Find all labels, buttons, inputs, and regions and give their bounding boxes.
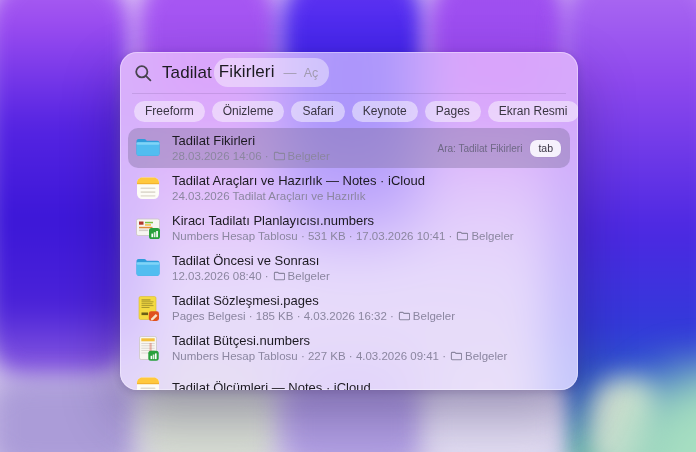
- filter-chip-pages[interactable]: Pages: [425, 101, 481, 122]
- folder-small-icon: [456, 231, 468, 241]
- folder-small-icon: [450, 351, 462, 361]
- autocomplete-suggestion: Fikirleri — Aç: [214, 58, 330, 87]
- search-icon: [134, 64, 153, 83]
- folder-small-icon: [398, 311, 410, 321]
- result-text: Tadilat Fikirleri28.03.2026 14:06 ·Belge…: [172, 133, 438, 163]
- result-meta-text: 28.03.2026 14:06 ·: [172, 149, 269, 163]
- result-text: Tadilat Ölçümleri — Notes · iCloud: [172, 380, 564, 390]
- result-meta: Numbers Hesap Tablosu · 227 KB · 4.03.20…: [172, 349, 564, 363]
- search-hint: Ara: Tadilat Fikirleri: [438, 143, 523, 154]
- blue-folder-icon: [134, 134, 162, 162]
- search-input[interactable]: Tadilat Fikirleri — Aç: [162, 58, 329, 87]
- result-meta-text: Pages Belgesi · 185 KB · 4.03.2026 16:32…: [172, 309, 394, 323]
- result-title: Tadilat Sözleşmesi.pages: [172, 293, 564, 309]
- filter-chip-freeform[interactable]: Freeform: [134, 101, 205, 122]
- numbers-chart-icon: [134, 214, 162, 242]
- filter-chip-keynote[interactable]: Keynote: [352, 101, 418, 122]
- result-meta: 24.03.2026 Tadilat Araçları ve Hazırlık: [172, 189, 564, 203]
- result-location: Belgeler: [413, 309, 455, 323]
- result-meta-text: 24.03.2026 Tadilat Araçları ve Hazırlık: [172, 189, 365, 203]
- result-location: Belgeler: [288, 149, 330, 163]
- result-row[interactable]: Tadilat Fikirleri28.03.2026 14:06 ·Belge…: [128, 128, 570, 168]
- filter-chip-ekran-resmi[interactable]: Ekran Resmi: [488, 101, 578, 122]
- result-title: Kiracı Tadilatı Planlayıcısı.numbers: [172, 213, 564, 229]
- desktop: Tadilat Fikirleri — Aç FreeformÖnizlemeS…: [0, 0, 696, 452]
- result-row[interactable]: Tadilat Bütçesi.numbersNumbers Hesap Tab…: [128, 328, 570, 368]
- filter-chip-row: FreeformÖnizlemeSafariKeynotePagesEkran …: [120, 94, 578, 128]
- result-title: Tadilat Bütçesi.numbers: [172, 333, 564, 349]
- result-meta: Numbers Hesap Tablosu · 531 KB · 17.03.2…: [172, 229, 564, 243]
- numbers-table-icon: [134, 334, 162, 362]
- wallpaper-capsule: [0, 0, 132, 390]
- tab-key-badge: tab: [530, 140, 561, 157]
- result-row[interactable]: Tadilat Araçları ve Hazırlık — Notes · i…: [128, 168, 570, 208]
- result-meta-text: Numbers Hesap Tablosu · 531 KB · 17.03.2…: [172, 229, 452, 243]
- result-row[interactable]: Tadilat Ölçümleri — Notes · iCloud: [128, 368, 570, 390]
- result-meta: 12.03.2026 08:40 ·Belgeler: [172, 269, 564, 283]
- result-meta: 28.03.2026 14:06 ·Belgeler: [172, 149, 438, 163]
- result-row[interactable]: Tadilat Sözleşmesi.pagesPages Belgesi · …: [128, 288, 570, 328]
- pages-doc-icon: [134, 294, 162, 322]
- filter-chip-safari[interactable]: Safari: [291, 101, 344, 122]
- result-meta-text: Numbers Hesap Tablosu · 227 KB · 4.03.20…: [172, 349, 446, 363]
- notes-icon: [134, 174, 162, 202]
- result-text: Tadilat Bütçesi.numbersNumbers Hesap Tab…: [172, 333, 564, 363]
- filter-chip-onizleme[interactable]: Önizleme: [212, 101, 285, 122]
- selected-row-accessory: Ara: Tadilat Fikirleritab: [438, 140, 561, 157]
- suggestion-separator: —: [284, 65, 297, 80]
- result-text: Tadilat Araçları ve Hazırlık — Notes · i…: [172, 173, 564, 203]
- result-title: Tadilat Öncesi ve Sonrası: [172, 253, 564, 269]
- notes-icon: [134, 374, 162, 390]
- open-action-hint: Aç: [304, 66, 319, 80]
- results-list: Tadilat Fikirleri28.03.2026 14:06 ·Belge…: [120, 128, 578, 390]
- spotlight-window: Tadilat Fikirleri — Aç FreeformÖnizlemeS…: [120, 52, 578, 390]
- result-meta: Pages Belgesi · 185 KB · 4.03.2026 16:32…: [172, 309, 564, 323]
- blue-folder-icon: [134, 254, 162, 282]
- result-text: Tadilat Sözleşmesi.pagesPages Belgesi · …: [172, 293, 564, 323]
- result-title: Tadilat Araçları ve Hazırlık — Notes · i…: [172, 173, 564, 189]
- search-query-text: Tadilat: [162, 63, 214, 83]
- folder-small-icon: [273, 151, 285, 161]
- result-title: Tadilat Fikirleri: [172, 133, 438, 149]
- result-text: Tadilat Öncesi ve Sonrası12.03.2026 08:4…: [172, 253, 564, 283]
- result-meta-text: 12.03.2026 08:40 ·: [172, 269, 269, 283]
- wallpaper-column: [0, 378, 136, 452]
- result-location: Belgeler: [465, 349, 507, 363]
- folder-small-icon: [273, 271, 285, 281]
- search-bar[interactable]: Tadilat Fikirleri — Aç: [120, 52, 578, 93]
- result-row[interactable]: Tadilat Öncesi ve Sonrası12.03.2026 08:4…: [128, 248, 570, 288]
- result-text: Kiracı Tadilatı Planlayıcısı.numbersNumb…: [172, 213, 564, 243]
- result-location: Belgeler: [288, 269, 330, 283]
- search-completion-text: Fikirleri: [219, 62, 275, 82]
- result-row[interactable]: Kiracı Tadilatı Planlayıcısı.numbersNumb…: [128, 208, 570, 248]
- result-title: Tadilat Ölçümleri — Notes · iCloud: [172, 380, 564, 390]
- result-location: Belgeler: [471, 229, 513, 243]
